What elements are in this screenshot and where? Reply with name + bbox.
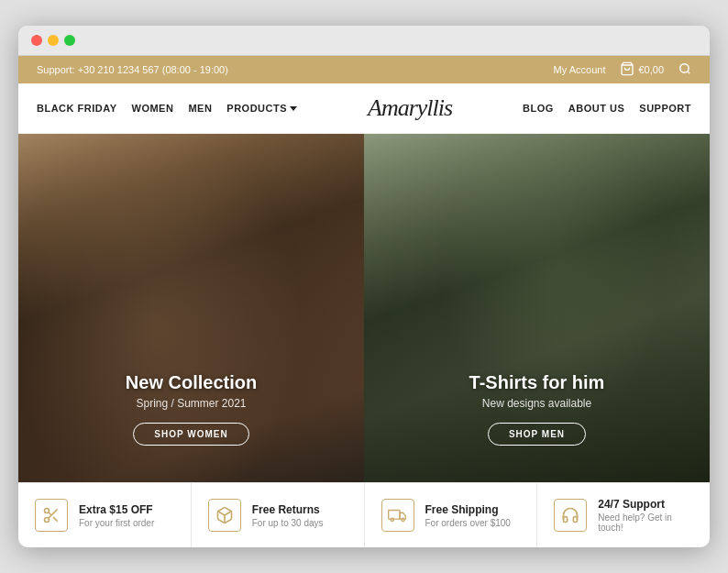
feature-returns-title: Free Returns [252,503,324,516]
logo[interactable]: Amaryllis [368,94,452,122]
feature-discount: Extra $15 OFF For your first order [18,483,192,547]
scissors-icon [35,499,68,532]
feature-support-text: 24/7 Support Need help? Get in touch! [598,498,693,533]
support-phone: +30 210 1234 567 (08:00 - 19:00) [78,64,228,75]
shop-women-button[interactable]: SHOP WOMEN [133,423,248,446]
search-icon[interactable] [678,62,691,77]
support-label: Support: [37,64,75,75]
hero-right-content: T-Shirts for him New designs available S… [364,372,710,446]
svg-line-7 [49,512,51,515]
hero: New Collection Spring / Summer 2021 SHOP… [18,134,710,482]
nav-black-friday[interactable]: BLACK FRIDAY [37,103,117,114]
cart-icon [620,61,634,78]
maximize-button[interactable] [64,35,75,46]
feature-support-title: 24/7 Support [598,498,693,511]
cart-wrapper[interactable]: €0,00 [620,61,664,78]
close-button[interactable] [31,35,42,46]
feature-shipping-text: Free Shipping For orders over $100 [425,503,511,528]
truck-icon [381,499,414,532]
feature-shipping: Free Shipping For orders over $100 [365,483,538,547]
package-icon [208,499,241,532]
support-info: Support: +30 210 1234 567 (08:00 - 19:00… [37,64,228,75]
feature-support: 24/7 Support Need help? Get in touch! [537,483,710,547]
feature-support-sub: Need help? Get in touch! [598,512,693,533]
nav-about-us[interactable]: ABOUT US [568,103,624,114]
main-nav: BLACK FRIDAY WOMEN MEN PRODUCTS Amarylli… [18,83,710,134]
feature-returns: Free Returns For up to 30 days [192,483,365,547]
headset-icon [554,499,587,532]
svg-line-6 [53,517,58,522]
nav-left: BLACK FRIDAY WOMEN MEN PRODUCTS [37,103,297,114]
nav-right: BLOG ABOUT US SUPPORT [523,103,691,114]
svg-point-4 [45,518,50,523]
shop-men-button[interactable]: SHOP MEN [488,423,586,446]
nav-men[interactable]: MEN [188,103,212,114]
top-bar: Support: +30 210 1234 567 (08:00 - 19:00… [18,56,710,83]
browser-window: Support: +30 210 1234 567 (08:00 - 19:00… [18,26,710,547]
chevron-down-icon [290,106,297,111]
svg-line-2 [688,72,690,74]
svg-point-1 [680,64,689,72]
feature-shipping-sub: For orders over $100 [425,518,511,528]
feature-discount-text: Extra $15 OFF For your first order [79,503,154,528]
hero-right-subtitle: New designs available [364,397,710,410]
feature-returns-sub: For up to 30 days [252,518,324,528]
nav-women[interactable]: WOMEN [132,103,174,114]
feature-bar: Extra $15 OFF For your first order Free … [18,482,710,547]
top-bar-right: My Account €0,00 [554,61,691,78]
nav-products-label: PRODUCTS [226,103,287,114]
my-account-link[interactable]: My Account [554,64,606,75]
hero-left-subtitle: Spring / Summer 2021 [18,397,364,410]
hero-left-content: New Collection Spring / Summer 2021 SHOP… [18,372,364,446]
svg-point-3 [45,509,50,513]
hero-left-title: New Collection [18,372,364,393]
nav-products[interactable]: PRODUCTS [226,103,297,114]
browser-chrome [18,26,710,56]
feature-shipping-title: Free Shipping [425,503,511,516]
minimize-button[interactable] [48,35,59,46]
cart-amount: €0,00 [638,64,664,75]
feature-discount-sub: For your first order [79,518,154,528]
nav-support[interactable]: SUPPORT [639,103,691,114]
hero-right-panel: T-Shirts for him New designs available S… [364,134,710,482]
feature-discount-title: Extra $15 OFF [79,503,154,516]
hero-left-panel: New Collection Spring / Summer 2021 SHOP… [18,134,364,482]
nav-blog[interactable]: BLOG [523,103,554,114]
svg-rect-9 [388,511,399,520]
feature-returns-text: Free Returns For up to 30 days [252,503,324,528]
hero-right-title: T-Shirts for him [364,372,710,393]
